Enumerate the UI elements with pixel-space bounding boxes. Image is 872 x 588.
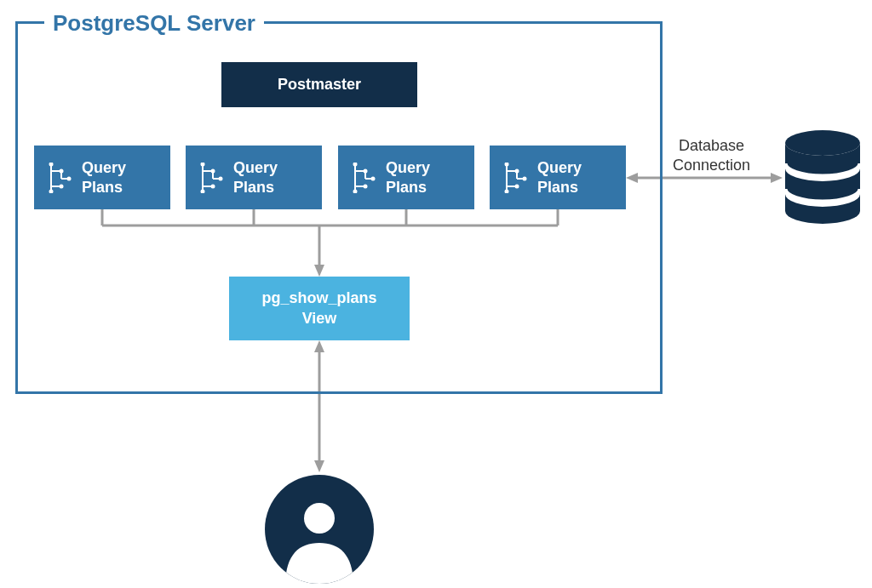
svg-point-51 [523,176,527,180]
view-line1: pg_show_plans [261,288,376,308]
query-plans-box-4: QueryPlans [490,146,626,209]
svg-point-32 [211,184,215,188]
svg-point-19 [49,189,54,193]
svg-point-40 [364,168,368,173]
database-icon [783,129,862,225]
tree-icon [350,163,377,193]
svg-point-31 [219,176,223,180]
svg-point-42 [364,184,368,188]
svg-point-30 [211,168,215,173]
svg-point-18 [49,163,54,167]
query-plans-box-3: QueryPlans [338,146,474,209]
query-plans-box-2: QueryPlans [186,146,322,209]
svg-point-29 [201,189,205,193]
pg-show-plans-view-box: pg_show_plans View [229,277,410,340]
tree-icon [502,163,529,193]
server-title: PostgreSQL Server [44,10,264,37]
svg-point-22 [60,184,64,188]
query-plans-label: QueryPlans [82,158,126,197]
svg-marker-12 [771,173,783,183]
svg-point-38 [353,163,358,167]
svg-point-39 [353,189,358,193]
user-icon [263,473,376,585]
svg-point-52 [515,184,519,188]
svg-marker-9 [314,460,324,472]
database-connection-label: Database Connection [673,136,750,176]
tree-icon [198,163,225,193]
view-line2: View [302,309,337,328]
svg-point-53 [785,130,860,156]
query-plans-box-1: QueryPlans [34,146,170,209]
svg-point-20 [60,168,64,173]
svg-point-48 [505,163,509,167]
query-plans-label: QueryPlans [537,158,582,197]
query-plans-label: QueryPlans [386,158,430,197]
svg-point-28 [201,163,205,167]
svg-point-49 [505,189,509,193]
svg-point-56 [304,503,335,534]
tree-icon [46,163,73,193]
svg-point-41 [371,176,376,180]
svg-point-21 [67,176,72,180]
postmaster-box: Postmaster [221,62,417,107]
query-plans-label: QueryPlans [233,158,278,197]
svg-point-50 [515,168,519,173]
